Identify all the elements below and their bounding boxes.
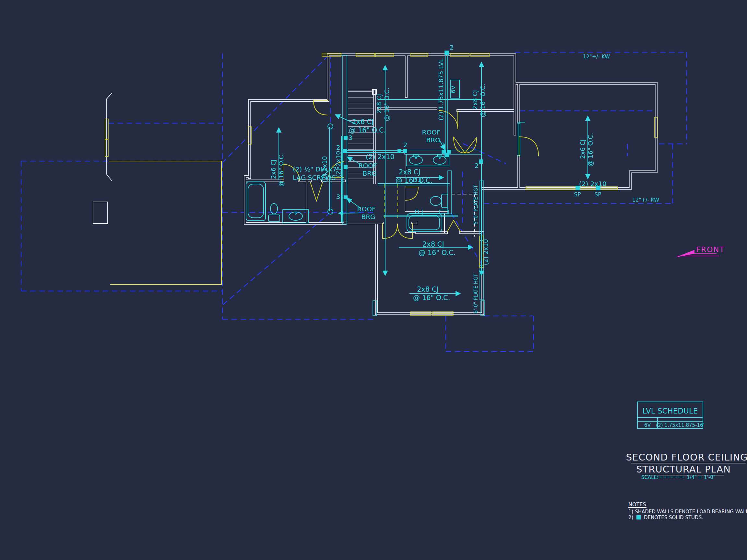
kw-label-top: 12"+/- KW (583, 53, 610, 60)
sp-label: SP (574, 191, 581, 198)
note-item: DENOTES SOLID STUDS. (644, 515, 703, 521)
svg-text:2x8 CJ: 2x8 CJ (422, 240, 444, 248)
sheet-title-line1: SECOND FLOOR CEILING/ (626, 452, 747, 463)
double-joist-label: D.J. (413, 176, 423, 183)
vanity-sink (283, 210, 308, 223)
beam-label: (2) 2x10 (366, 153, 394, 161)
svg-text:2x8 CJ: 2x8 CJ (399, 168, 420, 176)
beam-label-vertical: (2) 2x10 (335, 151, 342, 177)
lvl-beam-label: (2) 1.75x11.875 LVL 6V (437, 58, 459, 121)
schedule-title: LVL SCHEDULE (643, 407, 698, 415)
stud-count-marker: 2 (475, 162, 479, 169)
title-block: SECOND FLOOR CEILING/ STRUCTURAL PLAN SC… (626, 452, 747, 480)
roof-brg-label: ROOF BRG (422, 128, 441, 144)
stud-count-marker: 2 (441, 141, 445, 149)
svg-text:@ 16" O.C.: @ 16" O.C. (349, 126, 386, 134)
schedule-row-spec: (2) 1.75x11.875-16' (656, 422, 704, 428)
stud-count-marker: 2 (336, 143, 340, 151)
stud-count-marker: 3 (336, 193, 340, 201)
joist-label-2x8: 2x8 CJ @ 16" O.C. (418, 240, 456, 257)
joist-label-2x6-vertical: 2x6 CJ @ 16" O.C. (579, 133, 594, 166)
schedule-row-tag: 6V (644, 422, 651, 428)
walls-layer (93, 55, 656, 314)
svg-text:2x8 CJ: 2x8 CJ (376, 94, 383, 113)
sp-label: SP (594, 191, 601, 198)
svg-text:BRG: BRG (362, 169, 377, 177)
svg-text:@ 16" O.C.: @ 16" O.C. (413, 294, 450, 302)
svg-text:ROOF: ROOF (422, 128, 441, 136)
solid-stud-legend-icon (637, 515, 641, 519)
note-item-prefix: 2) (628, 515, 633, 521)
lag-screws-label: (2) ½" DIA.x7" LAG SCREWS (293, 165, 339, 182)
svg-text:@ 16" O.C.: @ 16" O.C. (587, 133, 594, 166)
roof-brg-label: ROOF BRG (359, 162, 377, 177)
plate-height-label: 6'-0" PLATE HGT (473, 185, 479, 224)
kw-label-mid: 12"+/- KW (632, 197, 659, 203)
svg-text:(2) ½" DIA.x7": (2) ½" DIA.x7" (293, 165, 339, 173)
svg-text:(2) 1.75x11.875 LVL: (2) 1.75x11.875 LVL (437, 58, 444, 121)
bathtub (246, 182, 265, 221)
svg-text:(2) 2x10: (2) 2x10 (579, 180, 607, 188)
windows-layer (105, 53, 658, 315)
notes-title: NOTES: (628, 501, 648, 507)
beam-label-vertical: (2) 2x10 (321, 156, 328, 182)
svg-text:LAG SCREWS: LAG SCREWS (293, 174, 336, 182)
sheet-title-line2: STRUCTURAL PLAN (636, 464, 731, 475)
scale-value: 1/4" = 1'-0" (687, 475, 716, 480)
stud-count-marker: 2 (403, 141, 408, 149)
notes-block: NOTES: 1) SHADED WALLS DENOTE LOAD BEARI… (628, 501, 747, 521)
lvl-schedule-table: LVL SCHEDULE 6V (2) 1.75x11.875-16' (637, 402, 704, 428)
svg-text:ROOF: ROOF (359, 162, 377, 169)
plate-height-label: 6'-0" PLATE HGT (473, 273, 479, 313)
front-label: FRONT (696, 245, 725, 254)
double-joist-label: D.J. (415, 208, 425, 215)
scale-label: SCALE: (641, 475, 659, 480)
beam-label-vertical: (2) 2x10 (482, 239, 489, 265)
stud-count-marker: 3 (349, 134, 353, 142)
joist-label-2x8-vertical: 2x8 CJ @ 16" O.C. (376, 87, 390, 121)
svg-text:2x6 CJ: 2x6 CJ (352, 118, 374, 126)
svg-text:2x6 CJ: 2x6 CJ (579, 139, 586, 159)
svg-text:2x6 CJ: 2x6 CJ (270, 159, 277, 179)
floor-plan-drawing: 12"+/- KW 12"+/- KW 2 2 2 2 2 3 3 2x6 CJ… (0, 0, 747, 560)
lvl-tag: 6V (450, 85, 457, 93)
svg-text:BRG: BRG (426, 136, 440, 144)
double-vanity (406, 154, 449, 166)
svg-text:ROOF: ROOF (357, 205, 376, 213)
svg-text:@ 16" O.C.: @ 16" O.C. (278, 153, 285, 187)
joist-label-2x6-stair: 2x6 CJ @ 16" O.C. (349, 118, 386, 134)
window (105, 53, 658, 315)
toilet (430, 194, 448, 208)
svg-text:BRG: BRG (361, 213, 375, 221)
svg-text:@ 16" O.C.: @ 16" O.C. (418, 249, 456, 257)
note-item: 1) SHADED WALLS DENOTE LOAD BEARING WALL… (628, 509, 747, 515)
svg-text:2x8 CJ: 2x8 CJ (417, 286, 439, 293)
svg-text:@ 16" O.C.: @ 16" O.C. (479, 84, 486, 117)
solid-stud-squares (343, 51, 600, 199)
joist-label-2x8-vertical: 2x8 CJ @ 16" O.C. (471, 84, 486, 117)
svg-text:@ 16" O.C.: @ 16" O.C. (383, 87, 390, 121)
svg-text:2x8 CJ: 2x8 CJ (471, 90, 479, 110)
front-direction-marker: FRONT (676, 245, 725, 257)
stud-count-marker: 2 (450, 44, 454, 51)
cad-model-space: 12"+/- KW 12"+/- KW 2 2 2 2 2 3 3 2x6 CJ… (0, 0, 747, 560)
